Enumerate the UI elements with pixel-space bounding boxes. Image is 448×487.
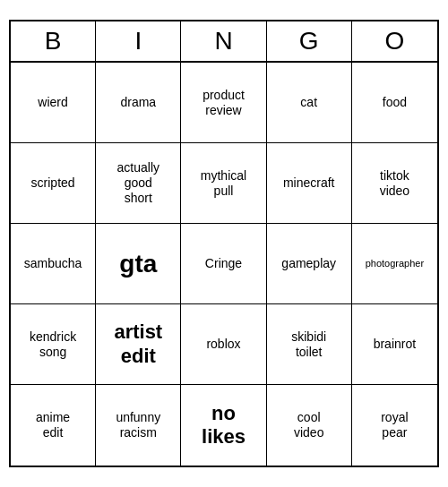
bingo-cell: skibidi toilet: [267, 304, 352, 385]
bingo-cell: sambucha: [11, 224, 96, 304]
bingo-cell: cool video: [267, 385, 352, 466]
bingo-cell: food: [352, 63, 437, 143]
header-letter: I: [96, 21, 181, 61]
bingo-grid: wierddramaproduct reviewcatfoodscripteda…: [11, 63, 437, 466]
bingo-cell: tiktok video: [352, 143, 437, 224]
bingo-cell: artist edit: [96, 304, 181, 385]
bingo-card: BINGO wierddramaproduct reviewcatfoodscr…: [9, 20, 439, 467]
bingo-cell: photographer: [352, 224, 437, 304]
bingo-cell: gta: [96, 224, 181, 304]
bingo-cell: anime edit: [11, 385, 96, 466]
bingo-cell: actually good short: [96, 143, 181, 224]
header-letter: B: [11, 21, 96, 61]
header-letter: O: [352, 21, 437, 61]
bingo-cell: Cringe: [181, 224, 266, 304]
bingo-cell: drama: [96, 63, 181, 143]
bingo-cell: mythical pull: [181, 143, 266, 224]
bingo-cell: product review: [181, 63, 266, 143]
header-letter: N: [181, 21, 266, 61]
bingo-cell: minecraft: [267, 143, 352, 224]
bingo-cell: kendrick song: [11, 304, 96, 385]
bingo-cell: royal pear: [352, 385, 437, 466]
bingo-cell: no likes: [181, 385, 266, 466]
bingo-cell: scripted: [11, 143, 96, 224]
bingo-cell: brainrot: [352, 304, 437, 385]
bingo-cell: roblox: [181, 304, 266, 385]
bingo-header: BINGO: [11, 21, 437, 63]
bingo-cell: gameplay: [267, 224, 352, 304]
bingo-cell: wierd: [11, 63, 96, 143]
header-letter: G: [267, 21, 352, 61]
bingo-cell: unfunny racism: [96, 385, 181, 466]
bingo-cell: cat: [267, 63, 352, 143]
